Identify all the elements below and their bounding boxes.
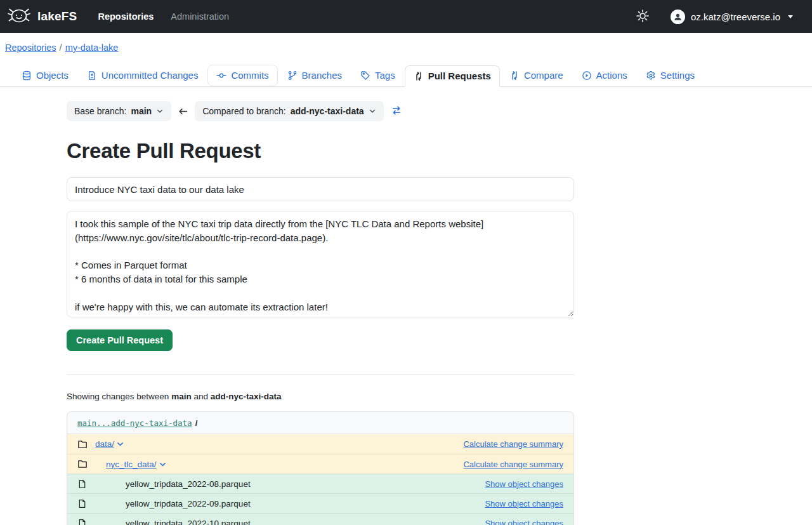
tab-pull-requests[interactable]: Pull Requests [405,65,500,87]
branch-icon [287,70,298,81]
compared-branch-selector[interactable]: Compared to branch: add-nyc-taxi-data [195,101,383,121]
navbar-links: Repositories Administration [98,11,229,22]
commit-icon [216,70,226,81]
tab-label: Compare [524,70,563,81]
tab-label: Uncommitted Changes [102,70,199,81]
main-content: Base branch: main Compared to branch: ad… [67,101,574,525]
table-row: yellow_tripdata_2022-09.parquetShow obje… [67,493,573,513]
tab-label: Branches [302,70,342,81]
compared-branch-value: add-nyc-taxi-data [291,106,364,116]
base-branch-value: main [131,106,152,116]
file-icon [77,499,87,508]
folder-label: nyc_tlc_data/ [106,460,167,469]
breadcrumb: Repositories/my-data-lake [0,33,812,60]
create-pull-request-button[interactable]: Create Pull Request [67,329,173,351]
tab-tags[interactable]: Tags [351,65,404,86]
section-divider [67,375,574,375]
summary-base-branch: main [171,392,192,401]
repo-tab-bar: Objects Uncommitted Changes Commits Bran… [0,60,812,87]
tab-label: Settings [660,70,695,81]
brand-name: lakeFS [37,10,77,23]
user-email: oz.katz@treeverse.io [691,11,780,22]
tab-label: Tags [375,70,395,81]
navbar-item-repositories[interactable]: Repositories [98,11,154,22]
navbar-right: oz.katz@treeverse.io [636,9,797,25]
path-root-separator: / [195,418,198,428]
compared-branch-label: Compared to branch: [202,106,286,116]
file-name: yellow_tripdata_2022-08.parquet [126,479,251,489]
file-name: yellow_tripdata_2022-10.parquet [126,519,251,525]
breadcrumb-repositories-link[interactable]: Repositories [5,43,56,53]
tab-objects[interactable]: Objects [13,65,77,86]
tab-actions[interactable]: Actions [573,65,636,86]
lakefs-brand[interactable]: lakeFS [6,6,77,27]
changes-summary-line: Showing changes between main and add-nyc… [67,392,574,401]
tag-icon [360,70,370,81]
changes-table: main...add-nyc-taxi-data / data/Calculat… [67,411,574,525]
tab-compare[interactable]: Compare [501,65,572,86]
breadcrumb-separator: / [60,43,62,53]
swap-branches-button[interactable] [391,105,402,117]
chevron-down-icon [369,107,376,115]
pull-request-icon [414,71,424,81]
base-branch-label: Base branch: [74,106,127,116]
folder-link[interactable]: data/ [95,439,114,449]
row-action-link[interactable]: Show object changes [485,499,563,508]
folder-icon [77,439,88,449]
summary-compared-branch: add-nyc-taxi-data [211,392,282,401]
database-icon [22,70,32,81]
breadcrumb-repo-link[interactable]: my-data-lake [65,43,119,53]
tab-label: Pull Requests [428,70,491,81]
summary-and: and [193,392,208,401]
table-row: nyc_tlc_data/Calculate change summary [67,454,573,474]
base-branch-selector[interactable]: Base branch: main [67,101,171,121]
chevron-down-icon[interactable] [116,440,124,448]
folder-link[interactable]: nyc_tlc_data/ [106,460,157,469]
file-name: yellow_tripdata_2022-09.parquet [126,499,251,508]
page-title: Create Pull Request [67,139,574,163]
swap-arrows-icon [391,105,402,117]
avatar [671,10,685,24]
table-row: yellow_tripdata_2022-08.parquetShow obje… [67,474,573,493]
file-diff-icon [87,70,97,81]
tab-label: Objects [36,70,69,81]
file-icon [77,479,87,489]
tab-commits[interactable]: Commits [207,65,277,86]
compare-ref-link[interactable]: main...add-nyc-taxi-data [77,418,192,428]
caret-down-icon [788,15,793,18]
table-row: data/Calculate change summary [67,434,573,454]
compare-icon [509,70,520,81]
tab-label: Commits [231,70,268,81]
tab-branches[interactable]: Branches [278,65,351,86]
tab-label: Actions [596,70,627,81]
chevron-down-icon [156,107,164,115]
row-action-link[interactable]: Calculate change summary [463,439,563,449]
file-icon [77,519,87,525]
left-arrow-icon [178,106,188,117]
axolotl-logo-icon [6,6,32,27]
branch-compare-bar: Base branch: main Compared to branch: ad… [67,101,574,121]
folder-label: data/ [95,439,124,449]
navbar-item-administration[interactable]: Administration [171,11,229,22]
pr-description-textarea[interactable]: I took this sample of the NYC taxi trip … [67,211,574,317]
pr-title-input[interactable] [67,177,574,201]
theme-toggle-button[interactable] [636,10,649,24]
chevron-down-icon[interactable] [159,460,167,469]
row-action-link[interactable]: Show object changes [485,519,563,525]
user-menu-button[interactable]: oz.katz@treeverse.io [667,9,797,25]
tab-settings[interactable]: Settings [637,65,704,86]
changes-table-body: data/Calculate change summarynyc_tlc_dat… [67,434,573,525]
summary-prefix: Showing changes between [67,392,169,401]
table-row: yellow_tripdata_2022-10.parquetShow obje… [67,513,573,525]
tab-uncommitted-changes[interactable]: Uncommitted Changes [78,65,207,86]
sun-icon [636,10,649,24]
row-action-link[interactable]: Calculate change summary [463,460,563,469]
gear-icon [646,70,656,81]
top-navbar: lakeFS Repositories Administration oz.ka… [0,0,812,33]
folder-icon [77,459,88,469]
changes-table-header: main...add-nyc-taxi-data / [67,412,573,434]
row-action-link[interactable]: Show object changes [485,479,563,489]
play-circle-icon [582,70,592,81]
